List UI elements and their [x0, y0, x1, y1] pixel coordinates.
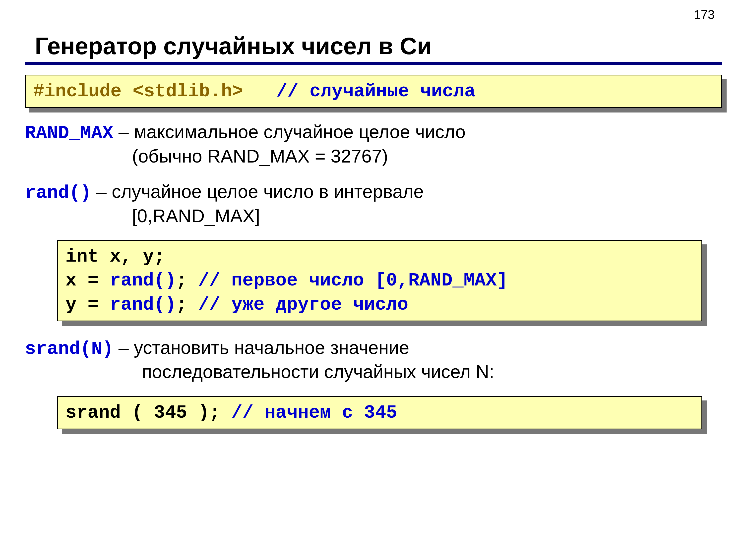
- kw-rand: rand(): [25, 182, 91, 203]
- code-comment: // уже другое число: [198, 294, 408, 315]
- code-text: ;: [176, 270, 198, 291]
- para-srand: srand(N) – установить начальное значение…: [25, 336, 722, 383]
- code-line: int x, y;: [66, 246, 165, 267]
- codebox-content: #include <stdlib.h> // случайные числа: [25, 75, 722, 108]
- text-line2: последовательности случайных чисел N:: [25, 361, 722, 383]
- codebox-content: int x, y; x = rand(); // первое число [0…: [57, 240, 702, 321]
- page-title: Генератор случайных чисел в Си: [35, 32, 722, 60]
- code-comment: // первое число [0,RAND_MAX]: [198, 270, 508, 291]
- code-text: srand ( 345 );: [66, 402, 231, 423]
- spacer: [243, 81, 276, 102]
- code-text: x =: [66, 270, 110, 291]
- slide: 173 Генератор случайных чисел в Си #incl…: [0, 0, 747, 560]
- text: – случайное целое число в интервале: [91, 181, 423, 202]
- title-rule: [25, 62, 722, 65]
- para-rand: rand() – случайное целое число в интерва…: [25, 180, 722, 228]
- kw-srand: srand(N): [25, 339, 113, 359]
- preproc-directive: #include <stdlib.h>: [33, 81, 243, 102]
- kw-rand-call: rand(): [110, 270, 176, 291]
- code-text: y =: [66, 294, 110, 315]
- codebox-include: #include <stdlib.h> // случайные числа: [25, 75, 722, 108]
- code-comment: // случайные числа: [276, 81, 475, 102]
- kw-rand-call: rand(): [110, 294, 176, 315]
- codebox-rand-example: int x, y; x = rand(); // первое число [0…: [57, 240, 702, 321]
- text-line2: (обычно RAND_MAX = 32767): [25, 145, 722, 168]
- code-comment: // начнем с 345: [231, 402, 397, 423]
- text-line2: [0,RAND_MAX]: [25, 205, 722, 228]
- code-text: ;: [176, 294, 198, 315]
- para-randmax: RAND_MAX – максимальное случайное целое …: [25, 121, 722, 168]
- codebox-content: srand ( 345 ); // начнем с 345: [57, 396, 702, 429]
- codebox-srand-example: srand ( 345 ); // начнем с 345: [57, 396, 702, 429]
- text: – установить начальное значение: [113, 337, 409, 358]
- page-number: 173: [694, 7, 715, 22]
- kw-randmax: RAND_MAX: [25, 123, 113, 143]
- text: – максимальное случайное целое число: [113, 122, 466, 142]
